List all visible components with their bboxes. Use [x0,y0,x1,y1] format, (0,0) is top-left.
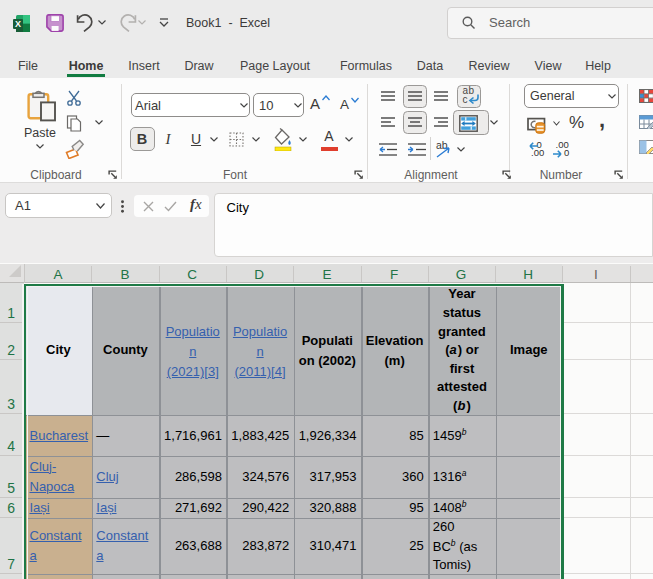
svg-text:X: X [15,19,21,29]
